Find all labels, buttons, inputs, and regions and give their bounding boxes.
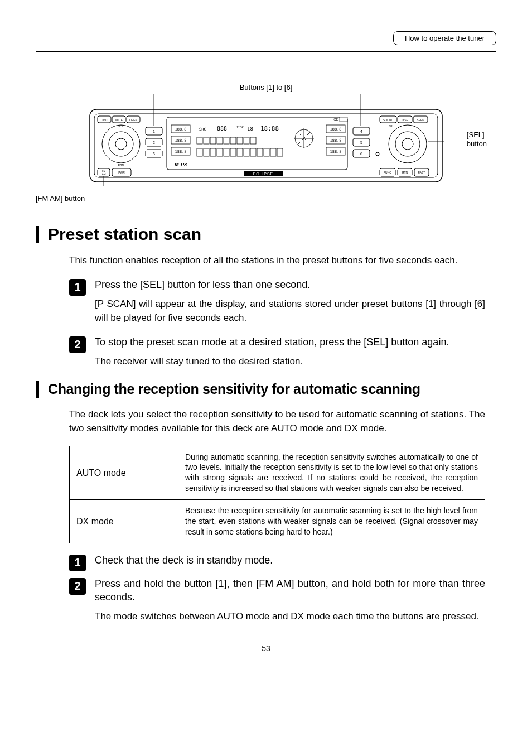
svg-text:FAST: FAST — [418, 171, 425, 174]
svg-text:18: 18 — [247, 126, 253, 132]
svg-rect-51 — [197, 148, 202, 156]
svg-rect-24 — [167, 117, 347, 170]
svg-text:1: 1 — [153, 129, 155, 133]
svg-text:2: 2 — [153, 141, 155, 145]
section2-step-2: 2 Press and hold the button [1], then [F… — [69, 577, 485, 624]
svg-rect-44 — [210, 137, 216, 144]
table-row: DX mode Because the reception sensitivit… — [70, 500, 485, 543]
sel-button-callout: [SEL] button — [467, 131, 487, 148]
mode-desc-cell: Because the reception sensitivity for au… — [178, 500, 485, 543]
step-title: Check that the deck is in standby mode. — [95, 553, 485, 567]
svg-text:OPEN: OPEN — [129, 118, 138, 122]
svg-rect-61 — [264, 148, 269, 156]
step-number-badge: 1 — [69, 555, 86, 571]
svg-text:188.8: 188.8 — [330, 138, 341, 143]
svg-point-4 — [115, 138, 127, 150]
svg-text:VOL: VOL — [118, 124, 124, 128]
svg-rect-45 — [217, 137, 223, 144]
svg-text:888: 888 — [217, 126, 227, 132]
section-bar-icon — [36, 381, 39, 398]
svg-rect-48 — [237, 137, 243, 144]
svg-text:188.8: 188.8 — [175, 150, 186, 154]
svg-text:188.8: 188.8 — [175, 138, 186, 143]
svg-text:P3: P3 — [181, 162, 187, 167]
svg-text:SOUND: SOUND — [383, 118, 393, 122]
svg-text:DISC: DISC — [101, 118, 108, 122]
svg-rect-62 — [270, 148, 276, 156]
svg-text:SRC: SRC — [199, 127, 206, 132]
svg-text:AM: AM — [102, 173, 106, 176]
svg-rect-49 — [244, 137, 249, 144]
svg-text:FUNC: FUNC — [384, 171, 391, 174]
svg-rect-47 — [230, 137, 236, 144]
step-desc: The receiver will stay tuned to the desi… — [95, 354, 485, 369]
fm-am-button-callout: [FM AM] button — [36, 194, 496, 203]
svg-rect-50 — [250, 137, 256, 144]
section2-step-1: 1 Check that the deck is in standby mode… — [69, 553, 485, 571]
svg-rect-43 — [204, 137, 209, 144]
svg-text:PWR: PWR — [118, 171, 125, 174]
svg-point-84 — [402, 138, 413, 150]
svg-text:188.8: 188.8 — [330, 150, 341, 154]
device-figure: Buttons [1] to [6] DISC MUTE OPEN VOL ES… — [36, 83, 496, 203]
section2-intro: The deck lets you select the reception s… — [69, 407, 485, 436]
svg-text:3: 3 — [153, 152, 155, 156]
svg-text:FM: FM — [102, 170, 106, 172]
step-desc: [P SCAN] will appear at the display, and… — [95, 297, 485, 325]
mode-desc-cell: During automatic scanning, the reception… — [178, 446, 485, 500]
svg-text:ESN: ESN — [118, 163, 124, 167]
svg-text:DISC: DISC — [236, 125, 244, 129]
svg-text:RTN: RTN — [402, 171, 408, 174]
section-heading-sensitivity: Changing the reception sensitivity for a… — [48, 381, 420, 397]
car-stereo-illustration: DISC MUTE OPEN VOL ESN FMAM PWR 1 2 3 18… — [88, 94, 444, 189]
svg-rect-56 — [230, 148, 236, 156]
mode-name-cell: AUTO mode — [70, 446, 178, 500]
svg-text:MUTE: MUTE — [115, 118, 123, 122]
svg-rect-54 — [217, 148, 223, 156]
section1-step-2: 2 To stop the preset scan mode at a desi… — [69, 335, 485, 369]
svg-rect-55 — [224, 148, 229, 156]
step-title: Press and hold the button [1], then [FM … — [95, 577, 485, 604]
svg-text:6: 6 — [360, 152, 362, 156]
svg-rect-53 — [210, 148, 216, 156]
section1-step-1: 1 Press the [SEL] button for less than o… — [69, 278, 485, 325]
svg-rect-59 — [250, 148, 256, 156]
svg-text:SEEK: SEEK — [417, 118, 424, 122]
section-heading-preset-scan: Preset station scan — [48, 225, 201, 244]
svg-text:188.8: 188.8 — [330, 127, 341, 132]
svg-point-81 — [376, 152, 379, 156]
page-number: 53 — [36, 644, 496, 653]
step-number-badge: 2 — [69, 578, 86, 595]
sensitivity-modes-table: AUTO mode During automatic scanning, the… — [69, 446, 485, 543]
buttons-1-6-label: Buttons [1] to [6] — [36, 83, 496, 92]
svg-text:DISP: DISP — [402, 118, 408, 122]
svg-rect-52 — [204, 148, 209, 156]
step-number-badge: 2 — [69, 336, 86, 353]
table-row: AUTO mode During automatic scanning, the… — [70, 446, 485, 500]
svg-rect-58 — [244, 148, 249, 156]
step-title: Press the [SEL] button for less than one… — [95, 278, 485, 291]
section1-intro: This function enables reception of all t… — [69, 253, 485, 268]
svg-text:4: 4 — [360, 129, 362, 133]
svg-rect-60 — [257, 148, 263, 156]
svg-rect-42 — [197, 137, 202, 144]
svg-text:18:88: 18:88 — [260, 125, 279, 132]
svg-rect-57 — [237, 148, 243, 156]
step-title: To stop the preset scan mode at a desire… — [95, 335, 485, 349]
svg-rect-74 — [340, 117, 347, 122]
svg-text:188.8: 188.8 — [175, 127, 186, 132]
svg-rect-63 — [277, 148, 283, 156]
svg-text:SEL: SEL — [389, 124, 394, 128]
header-rule — [36, 51, 496, 52]
step-number-badge: 1 — [69, 279, 86, 296]
svg-text:CD: CD — [333, 118, 338, 121]
header-breadcrumb: How to operate the tuner — [393, 31, 496, 45]
svg-rect-46 — [224, 137, 229, 144]
section-bar-icon — [36, 226, 39, 243]
svg-text:M: M — [175, 162, 179, 167]
svg-text:5: 5 — [360, 141, 362, 145]
mode-name-cell: DX mode — [70, 500, 178, 543]
step-desc: The mode switches between AUTO mode and … — [95, 609, 485, 624]
svg-text:ECLIPSE: ECLIPSE — [253, 172, 274, 176]
